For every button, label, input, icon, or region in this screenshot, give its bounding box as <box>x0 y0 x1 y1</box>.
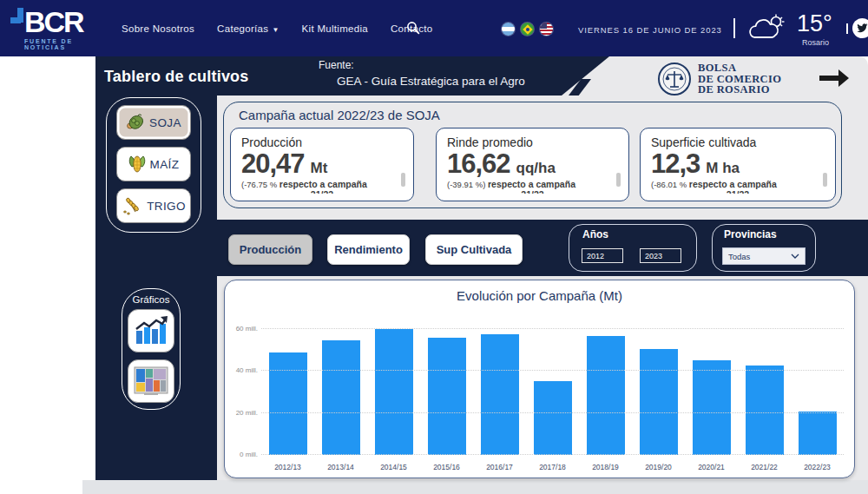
y-tick-label: 20 mill. <box>227 409 258 417</box>
kpi-card-title: Superficie cultivada <box>651 135 825 149</box>
kpi-card-scrollbar[interactable] <box>823 173 827 187</box>
bcr-logo-mark-icon <box>10 8 24 37</box>
bar-2017/18[interactable] <box>534 381 572 455</box>
provinces-dropdown[interactable]: Todas <box>722 247 806 265</box>
nav-item-categorias[interactable]: Categorías▼ <box>217 23 279 34</box>
kpi-card-rinde: Rinde promedio 16,62 qq/ha (-39.91 %) re… <box>436 128 629 201</box>
bar-2014/15[interactable] <box>375 329 413 455</box>
provinces-filter-label: Provincias <box>724 228 777 240</box>
chart-title: Evolución por Campaña (Mt) <box>225 288 854 303</box>
soy-icon <box>126 114 145 131</box>
kpi-delta-pct: (-86.01 % <box>651 180 687 189</box>
bar-slot <box>314 316 367 455</box>
year-from-input[interactable] <box>582 248 623 263</box>
crop-label: MAÍZ <box>150 158 180 171</box>
bolsa-comercio-logo[interactable]: BOLSA DE COMERCIO DE ROSARIO <box>657 62 781 96</box>
gridline <box>261 412 844 413</box>
chart-plot-area: 0 mill.20 mill.40 mill.60 mill. <box>261 316 844 455</box>
bar-2015/16[interactable] <box>428 338 466 455</box>
bar-2016/17[interactable] <box>481 334 519 455</box>
bar-slot <box>685 316 738 455</box>
bcr-logo-text: BCR <box>24 6 83 37</box>
bcr-logo-subtitle: FUENTE DE NOTICIAS <box>24 38 106 50</box>
bar-slot <box>738 316 791 455</box>
bar-2012/13[interactable] <box>269 352 307 455</box>
bar-slot <box>473 316 526 455</box>
x-tick-label: 2013/14 <box>314 463 367 471</box>
nav-item-sobre-nosotros[interactable]: Sobre Nosotros <box>122 23 194 34</box>
bar-2021/22[interactable] <box>746 366 784 455</box>
bar-slot <box>791 316 844 455</box>
wheat-icon <box>122 196 142 215</box>
kpi-card-produccion: Producción 20,47 Mt (-76.75 % respecto a… <box>230 128 414 201</box>
navbar-date: VIERNES 16 DE JUNIO DE 2023 <box>578 25 722 35</box>
bar-slot <box>632 316 685 455</box>
chevron-down-icon <box>791 254 799 259</box>
bar-slot <box>420 316 473 455</box>
treemap-view-button[interactable] <box>128 359 174 403</box>
chevron-down-icon: ▼ <box>272 26 279 34</box>
bar-chart-view-button[interactable] <box>128 309 174 352</box>
crop-label: TRIGO <box>147 200 186 213</box>
x-tick-label: 2022/23 <box>791 463 844 471</box>
bar-chart-icon <box>134 315 168 346</box>
navbar-divider <box>733 18 735 38</box>
kpi-unit: qq/ha <box>516 160 556 177</box>
kpi-card-scrollbar[interactable] <box>616 173 621 187</box>
bar-2013/14[interactable] <box>322 340 360 455</box>
bar-2018/19[interactable] <box>587 336 625 455</box>
bar-2020/21[interactable] <box>693 360 731 455</box>
kpi-unit: Mt <box>311 160 328 177</box>
org-line3: DE ROSARIO <box>698 84 781 96</box>
top-navbar: BCR FUENTE DE NOTICIAS Sobre Nosotros Ca… <box>0 0 868 56</box>
kpi-delta-line2: 21/22 <box>241 189 403 194</box>
page-title: Tablero de cultivos <box>104 68 249 86</box>
bar-slot <box>526 316 579 455</box>
crop-button-soja[interactable]: SOJA <box>116 105 191 140</box>
x-tick-label: 2015/16 <box>420 463 473 471</box>
evolution-chart-card: Evolución por Campaña (Mt) 0 mill.20 mil… <box>224 280 855 478</box>
usa-flag-icon[interactable] <box>540 23 553 36</box>
gridline <box>261 328 844 329</box>
chart-xlabels: 2012/132013/142014/152015/162016/172017/… <box>261 463 844 471</box>
kpi-value: 12,3 <box>651 150 700 178</box>
bcr-logo[interactable]: BCR FUENTE DE NOTICIAS <box>10 6 106 50</box>
crop-button-trigo[interactable]: TRIGO <box>116 188 191 223</box>
argentina-flag-icon[interactable] <box>502 23 515 36</box>
forward-arrow-button[interactable] <box>818 66 851 94</box>
social-divider <box>846 23 848 34</box>
search-icon[interactable] <box>406 21 420 38</box>
brazil-flag-icon[interactable] <box>521 23 534 36</box>
provinces-selected-value: Todas <box>728 252 750 261</box>
crop-label: SOJA <box>149 116 181 129</box>
bar-slot <box>367 316 420 455</box>
weather-temperature: 15° <box>797 10 832 37</box>
kpi-card-scrollbar[interactable] <box>401 173 405 187</box>
tab-rendimiento[interactable]: Rendimiento <box>327 234 410 265</box>
twitter-icon[interactable] <box>852 18 868 38</box>
crop-button-maiz[interactable]: MAÍZ <box>116 147 191 181</box>
x-tick-label: 2017/18 <box>526 463 579 471</box>
x-tick-label: 2014/15 <box>367 463 420 471</box>
kpi-delta-pct: (-39.91 %) <box>447 180 485 189</box>
bar-2022/23[interactable] <box>799 412 837 455</box>
years-filter-label: Años <box>582 228 608 240</box>
x-tick-label: 2018/19 <box>579 463 632 471</box>
source-label: Fuente: <box>319 59 354 71</box>
chart-bars <box>261 316 844 455</box>
x-tick-label: 2020/21 <box>685 463 738 471</box>
kpi-delta-pct: (-76.75 % <box>241 180 277 189</box>
tab-produccion[interactable]: Producción <box>228 234 312 265</box>
kpi-delta-text: respecto a campaña <box>689 179 777 189</box>
kpi-delta-line2: 21/22 <box>651 189 825 194</box>
kpi-section-title: Campaña actual 2022/23 de SOJA <box>239 108 440 122</box>
bar-2019/20[interactable] <box>640 349 678 455</box>
kpi-card-title: Rinde promedio <box>447 135 618 149</box>
bottom-strip <box>82 480 868 494</box>
year-to-input[interactable] <box>640 248 681 263</box>
gridline <box>261 454 844 455</box>
kpi-value: 16,62 <box>447 150 510 178</box>
nav-item-kit-multimedia[interactable]: Kit Multimedia <box>302 23 368 34</box>
tab-sup-cultivada[interactable]: Sup Cultivada <box>425 234 523 265</box>
charts-panel-label: Gráficos <box>122 294 181 305</box>
